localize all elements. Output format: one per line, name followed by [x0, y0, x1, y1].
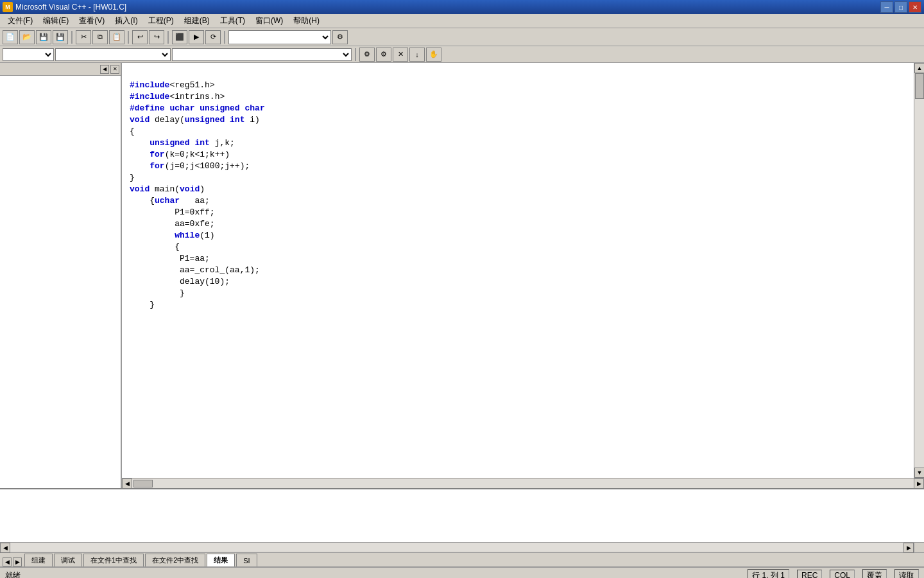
left-panel-header: ◀ ✕ [0, 63, 121, 76]
bottom-horizontal-scrollbar[interactable]: ◀ ▶ [0, 542, 924, 552]
status-readonly: 读取 [894, 569, 919, 579]
minimize-button[interactable]: ─ [880, 1, 893, 13]
copy-button[interactable]: ⧉ [92, 30, 108, 44]
bottom-right-corner [914, 543, 924, 552]
editor-row: ◀ ✕ #include<reg51.h> #include<intrins.h… [0, 63, 924, 488]
title-bar: M Microsoft Visual C++ - [HW01.C] ─ □ ✕ [0, 0, 924, 14]
panel-shrink-btn[interactable]: ◀ [100, 65, 109, 74]
bottom-section: ◀ ▶ [0, 488, 924, 552]
scroll-thumb[interactable] [915, 73, 924, 99]
hscroll-left-button[interactable]: ◀ [122, 478, 132, 489]
menu-bar: 文件(F) 编辑(E) 查看(V) 插入(I) 工程(P) 组建(B) 工具(T… [0, 14, 924, 28]
config-dropdown[interactable] [228, 30, 331, 44]
scroll-down-button[interactable]: ▼ [914, 468, 924, 478]
menu-insert[interactable]: 插入(I) [110, 14, 142, 28]
toolbar1: 📄 📂 💾 💾 ✂ ⧉ 📋 ↩ ↪ ⬛ ▶ ⟳ ⚙ [0, 28, 924, 46]
save-all-button[interactable]: 💾 [53, 30, 68, 44]
menu-window[interactable]: 窗口(W) [250, 14, 288, 28]
status-bar: 就绪 行 1, 列 1 REC COL 覆盖 读取 [0, 566, 924, 578]
app-icon: M [3, 2, 13, 12]
status-right: 行 1, 列 1 REC COL 覆盖 读取 [748, 569, 919, 579]
tab-build[interactable]: 组建 [24, 554, 53, 566]
new-button[interactable]: 📄 [3, 30, 18, 44]
output-panel [0, 489, 924, 542]
tab-scroll-right[interactable]: ▶ [13, 557, 22, 566]
config-settings-btn[interactable]: ⚙ [332, 30, 348, 44]
tab-results[interactable]: 结果 [207, 554, 235, 566]
tab-bar: ◀ ▶ 组建 调试 在文件1中查找 在文件2中查找 结果 SI [0, 552, 924, 566]
debug-btn4[interactable]: ↓ [409, 48, 425, 62]
title-bar-controls: ─ □ ✕ [880, 1, 921, 13]
status-position: 行 1, 列 1 [748, 569, 789, 579]
menu-edit[interactable]: 编辑(E) [38, 14, 74, 28]
menu-help[interactable]: 帮助(H) [288, 14, 325, 28]
editor-inner: #include<reg51.h> #include<intrins.h> #d… [122, 63, 924, 478]
bottom-hscroll-right[interactable]: ▶ [903, 543, 914, 553]
debug-btn3[interactable]: ✕ [393, 48, 408, 62]
tab-si[interactable]: SI [236, 554, 257, 566]
member-dropdown[interactable] [172, 48, 352, 61]
left-panel: ◀ ✕ [0, 63, 122, 488]
menu-view[interactable]: 查看(V) [74, 14, 110, 28]
bottom-hscroll-track[interactable] [10, 543, 903, 552]
cut-button[interactable]: ✂ [76, 30, 91, 44]
status-message: 就绪 [5, 570, 21, 579]
hscroll-track[interactable] [132, 479, 914, 488]
toolbar2: ⚙ ⚙ ✕ ↓ ✋ [0, 46, 924, 63]
menu-file[interactable]: 文件(F) [3, 14, 38, 28]
title-text: Microsoft Visual C++ - [HW01.C] [15, 3, 126, 12]
menu-build[interactable]: 组建(B) [179, 14, 215, 28]
class-dropdown[interactable] [55, 48, 171, 61]
code-content: #include<reg51.h> #include<intrins.h> #d… [122, 63, 914, 316]
toolbar2-separator [355, 48, 356, 61]
debug-btn1[interactable]: ⚙ [359, 48, 375, 62]
toolbar-separator-3 [167, 31, 169, 44]
paste-button[interactable]: 📋 [109, 30, 124, 44]
status-rec: REC [797, 570, 822, 578]
tab-debug[interactable]: 调试 [54, 554, 82, 566]
build-btn[interactable]: ▶ [189, 30, 204, 44]
menu-tools[interactable]: 工具(T) [215, 14, 250, 28]
code-editor[interactable]: #include<reg51.h> #include<intrins.h> #d… [122, 63, 914, 478]
title-bar-left: M Microsoft Visual C++ - [HW01.C] [3, 2, 126, 12]
status-col: COL [830, 570, 855, 578]
undo-button[interactable]: ↩ [132, 30, 148, 44]
maximize-button[interactable]: □ [894, 1, 907, 13]
close-button[interactable]: ✕ [909, 1, 921, 13]
save-button[interactable]: 💾 [36, 30, 51, 44]
rebuild-btn[interactable]: ⟳ [205, 30, 221, 44]
editor-with-scroll: #include<reg51.h> #include<intrins.h> #d… [122, 63, 924, 488]
compile-btn[interactable]: ⬛ [172, 30, 187, 44]
tab-find1[interactable]: 在文件1中查找 [83, 554, 144, 566]
tab-find2[interactable]: 在文件2中查找 [145, 554, 205, 566]
panel-close-btn[interactable]: ✕ [110, 65, 119, 74]
status-mode: 覆盖 [862, 569, 887, 579]
scroll-up-button[interactable]: ▲ [914, 63, 924, 73]
hscroll-right-button[interactable]: ▶ [914, 478, 924, 489]
vertical-scrollbar[interactable]: ▲ ▼ [914, 63, 924, 478]
toolbar-separator-2 [128, 31, 129, 44]
main-wrapper: ◀ ✕ #include<reg51.h> #include<intrins.h… [0, 63, 924, 552]
menu-project[interactable]: 工程(P) [143, 14, 179, 28]
redo-button[interactable]: ↪ [149, 30, 164, 44]
open-button[interactable]: 📂 [19, 30, 35, 44]
bottom-hscroll-left[interactable]: ◀ [0, 543, 10, 553]
toolbar-separator-4 [224, 31, 225, 44]
tab-arrows: ◀ ▶ [3, 557, 22, 566]
horizontal-scrollbar[interactable]: ◀ ▶ [122, 478, 924, 488]
debug-btn5[interactable]: ✋ [426, 48, 441, 62]
tab-scroll-left[interactable]: ◀ [3, 557, 12, 566]
toolbar-separator-1 [71, 31, 73, 44]
hscroll-thumb[interactable] [133, 480, 153, 487]
scroll-track[interactable] [914, 73, 924, 468]
scope-dropdown[interactable] [3, 48, 54, 61]
debug-btn2[interactable]: ⚙ [376, 48, 391, 62]
left-panel-content [0, 76, 121, 488]
